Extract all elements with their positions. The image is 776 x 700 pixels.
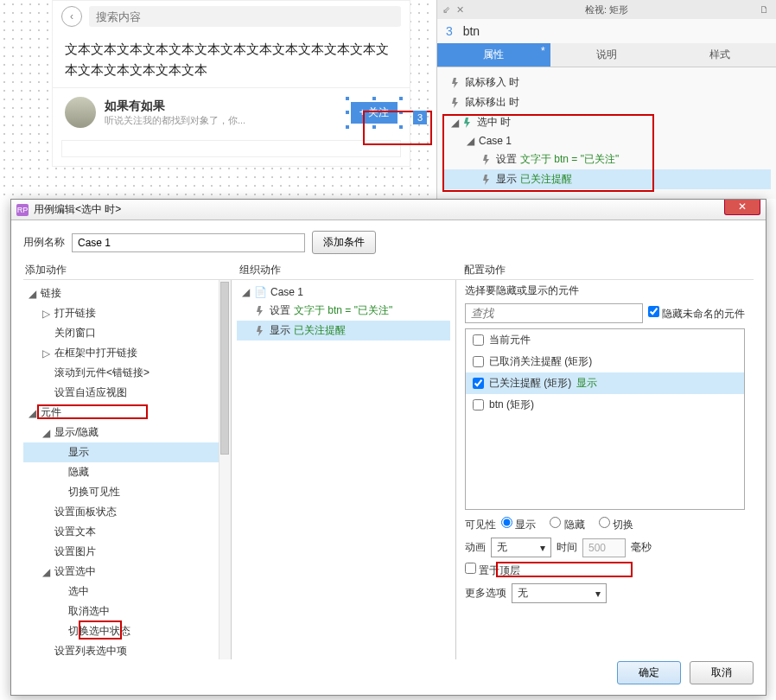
follow-button[interactable]: + 关注 [351, 102, 398, 124]
bolt-icon [482, 175, 493, 185]
section-organize: 组织动作 [238, 263, 462, 277]
widget-name: btn [463, 24, 480, 38]
animation-select[interactable]: 无▾ [491, 538, 551, 557]
close-button[interactable]: ✕ [724, 200, 760, 215]
tab-style[interactable]: 样式 [663, 43, 776, 67]
case-editor-dialog: RP 用例编辑<选中 时> ✕ 用例名称 添加条件 添加动作 组织动作 配置动作… [10, 199, 766, 696]
arrow-icon[interactable]: ◢ [451, 117, 460, 129]
radio-show[interactable]: 显示 [501, 517, 536, 532]
avatar [65, 97, 96, 128]
close-icon[interactable]: ✕ [456, 4, 464, 16]
back-icon[interactable]: ‹ [61, 6, 82, 27]
search-input[interactable] [89, 6, 401, 27]
time-input [582, 538, 626, 557]
case-name-label: 用例名称 [23, 235, 65, 250]
user-sub: 听说关注我的都找到对象了，你... [105, 114, 245, 127]
doc-icon[interactable]: 🗋 [760, 4, 769, 15]
action-tree[interactable]: ◢链接 ▷打开链接 关闭窗口 ▷在框架中打开链接 滚动到元件<错链接> 设置自适… [23, 280, 232, 659]
radio-hide[interactable]: 隐藏 [550, 517, 584, 532]
organize-tree[interactable]: ◢📄 Case 1 设置 文字于 btn = "已关注" 显示 已关注提醒 [232, 280, 456, 659]
canvas-mockup: ‹ 文本文本文本文本文本文本文本文本文本文本文本文本文本文本文本文本文本文本 如… [52, 0, 410, 167]
widget-number: 3 [446, 24, 453, 38]
user-name: 如果有如果 [105, 99, 245, 114]
configure-panel: 选择要隐藏或显示的元件 隐藏未命名的元件 当前元件 已取消关注提醒 (矩形) 已… [456, 280, 754, 659]
scrollbar[interactable] [219, 280, 231, 659]
bolt-icon [451, 78, 461, 88]
body-text: 文本文本文本文本文本文本文本文本文本文本文本文本文本文本文本文本文本文本 [53, 32, 410, 87]
hide-unnamed-checkbox[interactable]: 隐藏未命名的元件 [648, 306, 745, 321]
config-header: 选择要隐藏或显示的元件 [465, 283, 745, 298]
case-name-input[interactable] [72, 233, 305, 252]
ok-button[interactable]: 确定 [617, 661, 681, 684]
inspector-title: 检视: 矩形 [585, 3, 628, 16]
radio-toggle[interactable]: 切换 [599, 517, 633, 532]
widget-list[interactable]: 当前元件 已取消关注提醒 (矩形) 已关注提醒 (矩形) 显示 btn (矩形) [465, 328, 745, 510]
widget-search-input[interactable] [465, 303, 643, 323]
section-configure: 配置动作 [462, 263, 754, 277]
tab-notes[interactable]: 说明 [550, 43, 664, 67]
arrow-icon[interactable]: ◢ [467, 135, 475, 147]
dialog-title: 用例编辑<选中 时> [34, 202, 121, 217]
inspector-title-bar: ⇙ ✕ 检视: 矩形 🗋 [437, 0, 776, 19]
more-options-select[interactable]: 无▾ [512, 583, 607, 603]
pin-icon[interactable]: ⇙ [442, 4, 450, 16]
bolt-icon [482, 155, 493, 165]
tab-properties[interactable]: 属性* [437, 43, 550, 67]
cancel-button[interactable]: 取消 [690, 661, 754, 684]
footnote-badge: 3 [413, 111, 427, 124]
bolt-icon [451, 98, 461, 108]
section-add-action: 添加动作 [23, 263, 238, 277]
action-show: 显示 [68, 445, 89, 460]
bolt-icon [463, 118, 474, 128]
inspector-panel: ⇙ ✕ 检视: 矩形 🗋 3 btn 属性* 说明 样式 鼠标移入 时 鼠标移出… [436, 0, 776, 199]
widget-item-checked[interactable] [473, 378, 484, 389]
bring-front-checkbox[interactable]: 置于顶层 [465, 563, 520, 578]
add-condition-button[interactable]: 添加条件 [312, 231, 376, 254]
app-icon: RP [16, 204, 29, 216]
